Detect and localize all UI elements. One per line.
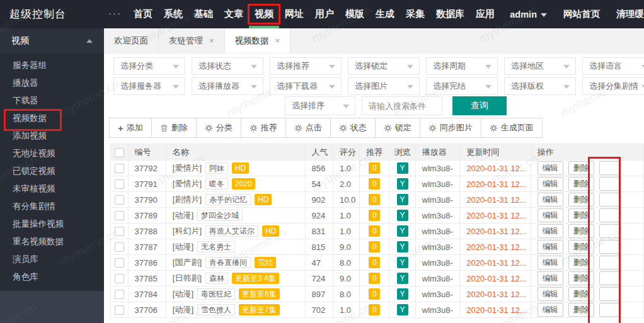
video-title-tag[interactable]: 青春直播间 (205, 257, 251, 268)
video-title-tag[interactable]: 阿妹 (205, 162, 228, 174)
search-input[interactable] (362, 96, 442, 115)
site-home-link[interactable]: 网站首页 (563, 8, 600, 20)
nav-item-8[interactable]: 生成 (374, 0, 396, 28)
browse-badge[interactable]: Y (397, 273, 408, 284)
more-action-button[interactable] (599, 303, 621, 317)
more-action-button[interactable] (599, 161, 621, 175)
more-menu-button[interactable]: ··· (108, 0, 122, 26)
recommend-badge[interactable]: 0 (369, 257, 380, 268)
toolbar-button-3[interactable]: 推荐 (241, 118, 286, 137)
row-checkbox[interactable] (115, 258, 124, 268)
nav-item-1[interactable]: 系统 (163, 0, 184, 28)
video-title-tag[interactable]: 暖冬 (205, 178, 228, 190)
delete-button[interactable]: 删除 (568, 208, 594, 222)
nav-item-6[interactable]: 用户 (314, 0, 335, 28)
sidebar-item-7[interactable]: 未审核视频 (0, 180, 104, 198)
recommend-badge[interactable]: 0 (369, 288, 380, 300)
sort-select[interactable]: 选择排序 (285, 96, 355, 115)
browse-badge[interactable]: Y (397, 210, 408, 221)
row-checkbox[interactable] (115, 274, 124, 283)
filter-select-row1-2[interactable]: 选择推荐 (270, 57, 342, 75)
edit-button[interactable]: 编辑 (538, 256, 563, 269)
toolbar-button-1[interactable]: 删除 (152, 118, 197, 137)
edit-button[interactable]: 编辑 (538, 208, 563, 222)
nav-item-5[interactable]: 网址 (284, 0, 305, 28)
sidebar-item-4[interactable]: 添加视频 (0, 127, 104, 145)
search-button[interactable]: 查询 (452, 96, 507, 115)
sidebar-item-5[interactable]: 无地址视频 (0, 145, 104, 162)
row-checkbox[interactable] (115, 195, 124, 205)
video-title-tag[interactable]: 毒医狂妃 (197, 288, 235, 300)
select-all-checkbox[interactable] (115, 148, 124, 157)
toolbar-button-8[interactable]: 生成页面 (481, 118, 542, 137)
sidebar-item-0[interactable]: 服务器组 (0, 57, 104, 74)
filter-select-row1-1[interactable]: 选择状态 (192, 57, 263, 75)
toolbar-button-2[interactable]: 分类 (197, 118, 241, 137)
recommend-badge[interactable]: 0 (369, 194, 380, 205)
recommend-badge[interactable]: 0 (369, 210, 380, 221)
delete-button[interactable]: 删除 (568, 240, 594, 254)
recommend-badge[interactable]: 0 (369, 162, 380, 174)
recommend-badge[interactable]: 0 (369, 304, 380, 315)
sidebar-item-8[interactable]: 有分集剧情 (0, 198, 104, 215)
edit-button[interactable]: 编辑 (538, 271, 563, 285)
edit-button[interactable]: 编辑 (538, 287, 563, 301)
edit-button[interactable]: 编辑 (538, 224, 563, 238)
recommend-badge[interactable]: 0 (369, 273, 380, 284)
video-title-tag[interactable]: 杀手的记忆 (205, 194, 251, 205)
video-title-tag[interactable]: 梦回金沙城 (197, 210, 243, 221)
more-action-button[interactable] (599, 193, 621, 207)
nav-item-9[interactable]: 采集 (405, 0, 426, 28)
edit-button[interactable]: 编辑 (538, 161, 563, 175)
sidebar-item-11[interactable]: 演员库 (0, 251, 104, 268)
filter-select-row2-5[interactable]: 选择版权 (504, 77, 576, 95)
nav-item-0[interactable]: 首页 (132, 0, 154, 28)
more-action-button[interactable] (599, 287, 621, 301)
tab-2[interactable]: 视频数据× (225, 28, 291, 53)
delete-button[interactable]: 删除 (568, 177, 594, 191)
close-icon[interactable]: × (209, 36, 214, 45)
toolbar-button-4[interactable]: 点击 (286, 118, 331, 137)
recommend-badge[interactable]: 0 (369, 178, 380, 190)
sidebar-item-10[interactable]: 重名视频数据 (0, 233, 104, 251)
filter-select-row2-0[interactable]: 选择服务器 (113, 77, 185, 95)
filter-select-row1-0[interactable]: 选择分类 (113, 57, 185, 75)
more-action-button[interactable] (599, 177, 621, 191)
filter-select-row1-5[interactable]: 选择地区 (504, 57, 576, 75)
video-title-tag[interactable]: 再造人艾诺尔 (205, 225, 258, 237)
nav-item-11[interactable]: 应用 (474, 0, 496, 28)
video-title-tag[interactable]: 无名勇士 (197, 241, 235, 252)
delete-button[interactable]: 删除 (568, 256, 594, 269)
edit-button[interactable]: 编辑 (538, 177, 563, 191)
delete-button[interactable]: 删除 (568, 224, 594, 238)
browse-badge[interactable]: Y (397, 257, 408, 268)
row-checkbox[interactable] (115, 179, 124, 189)
row-checkbox[interactable] (115, 242, 124, 252)
more-action-button[interactable] (599, 240, 621, 254)
row-checkbox[interactable] (115, 211, 124, 220)
delete-button[interactable]: 删除 (568, 271, 594, 285)
edit-button[interactable]: 编辑 (538, 303, 563, 317)
nav-item-7[interactable]: 模版 (344, 0, 365, 28)
browse-badge[interactable]: Y (397, 304, 408, 315)
filter-select-row2-1[interactable]: 选择播放器 (192, 77, 263, 95)
more-action-button[interactable] (599, 271, 621, 285)
more-action-button[interactable] (599, 208, 621, 222)
user-menu[interactable]: admin (510, 9, 547, 20)
row-checkbox[interactable] (115, 305, 124, 315)
row-checkbox[interactable] (115, 290, 124, 299)
toolbar-button-0[interactable]: +添加 (110, 118, 152, 137)
tab-1[interactable]: 友链管理× (159, 28, 225, 53)
recommend-badge[interactable]: 0 (369, 225, 380, 237)
more-action-button[interactable] (599, 224, 621, 238)
filter-select-row2-3[interactable]: 选择图片 (348, 77, 420, 95)
sidebar-section-video[interactable]: 视频 (0, 28, 104, 54)
edit-button[interactable]: 编辑 (538, 240, 563, 254)
delete-button[interactable]: 删除 (568, 193, 594, 207)
video-title-tag[interactable]: 雪色撩人 (197, 304, 235, 315)
delete-button[interactable]: 删除 (568, 287, 594, 301)
nav-item-10[interactable]: 数据库 (435, 0, 466, 28)
filter-select-row2-4[interactable]: 选择完结 (426, 77, 498, 95)
delete-button[interactable]: 删除 (568, 303, 594, 317)
edit-button[interactable]: 编辑 (538, 193, 563, 207)
